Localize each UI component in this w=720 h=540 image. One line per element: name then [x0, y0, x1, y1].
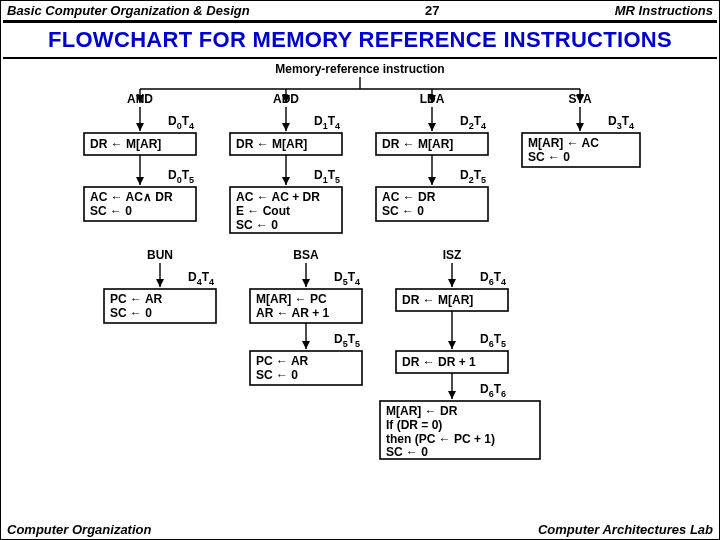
svg-text:DR ← M[AR]: DR ← M[AR] [382, 137, 453, 151]
svg-text:AC ← AC∧ DR: AC ← AC∧ DR [90, 190, 173, 204]
svg-text:M[AR] ← DR: M[AR] ← DR [386, 404, 458, 418]
op-isz: ISZ [443, 248, 462, 262]
svg-text:D1T5: D1T5 [314, 168, 340, 185]
svg-text:AC ← AC + DR: AC ← AC + DR [236, 190, 320, 204]
timing-d0t5: D0T5 [168, 168, 194, 185]
timing-d2t4: D2T4 [460, 114, 486, 131]
svg-text:SC ← 0: SC ← 0 [110, 306, 152, 320]
timing-d5t4: D5T4 [334, 270, 360, 287]
svg-text:SC ← 0: SC ← 0 [236, 218, 278, 232]
op-bsa: BSA [293, 248, 319, 262]
svg-text:D4T4: D4T4 [188, 270, 214, 287]
svg-text:DR ← M[AR]: DR ← M[AR] [90, 137, 161, 151]
svg-text:M[AR] ← PC: M[AR] ← PC [256, 292, 327, 306]
timing-d4t4: D4T4 [188, 270, 214, 287]
header-right: MR Instructions [615, 3, 713, 18]
svg-text:DR ← DR + 1: DR ← DR + 1 [402, 355, 476, 369]
op-and: AND [127, 92, 153, 106]
svg-text:then (PC ← PC + 1): then (PC ← PC + 1) [386, 432, 495, 446]
svg-text:D6T4: D6T4 [480, 270, 506, 287]
svg-text:SC ← 0: SC ← 0 [256, 368, 298, 382]
op-bun: BUN [147, 248, 173, 262]
svg-text:SC ← 0: SC ← 0 [528, 150, 570, 164]
svg-text:E ← Cout: E ← Cout [236, 204, 290, 218]
timing-d6t4: D6T4 [480, 270, 506, 287]
svg-text:SC ← 0: SC ← 0 [382, 204, 424, 218]
svg-text:D5T4: D5T4 [334, 270, 360, 287]
svg-text:SC ← 0: SC ← 0 [90, 204, 132, 218]
footer: Computer Organization Computer Architect… [7, 522, 713, 537]
svg-text:D6T6: D6T6 [480, 382, 506, 399]
svg-text:DR ← M[AR]: DR ← M[AR] [236, 137, 307, 151]
svg-text:D3T4: D3T4 [608, 114, 634, 131]
header-left: Basic Computer Organization & Design [7, 3, 250, 18]
footer-left: Computer Organization [7, 522, 151, 537]
timing-d1t5: D1T5 [314, 168, 340, 185]
svg-text:PC ← AR: PC ← AR [256, 354, 309, 368]
timing-d3t4: D3T4 [608, 114, 634, 131]
footer-right: Computer Architectures Lab [538, 522, 713, 537]
svg-text:SC ← 0: SC ← 0 [386, 445, 428, 459]
svg-text:D0T4: D0T4 [168, 114, 194, 131]
svg-text:D5T5: D5T5 [334, 332, 360, 349]
start-label: Memory-reference instruction [275, 62, 444, 76]
timing-d5t5: D5T5 [334, 332, 360, 349]
timing-d1t4: D1T4 [314, 114, 340, 131]
timing-d6t6: D6T6 [480, 382, 506, 399]
timing-d2t5: D2T5 [460, 168, 486, 185]
svg-text:D0T5: D0T5 [168, 168, 194, 185]
svg-text:D1T4: D1T4 [314, 114, 340, 131]
flowchart: text{font-size:12px;font-weight:bold} .n… [50, 59, 670, 489]
slide: Basic Computer Organization & Design 27 … [0, 0, 720, 540]
svg-text:M[AR] ← AC: M[AR] ← AC [528, 136, 599, 150]
op-sta: STA [568, 92, 591, 106]
op-add: ADD [273, 92, 299, 106]
svg-text:D2T4: D2T4 [460, 114, 486, 131]
svg-text:DR ← M[AR]: DR ← M[AR] [402, 293, 473, 307]
header: Basic Computer Organization & Design 27 … [1, 1, 719, 20]
svg-text:AC ← DR: AC ← DR [382, 190, 436, 204]
svg-text:If (DR = 0): If (DR = 0) [386, 418, 442, 432]
svg-text:PC ← AR: PC ← AR [110, 292, 163, 306]
svg-text:AR ← AR + 1: AR ← AR + 1 [256, 306, 330, 320]
timing-d0t4: D0T4 [168, 114, 194, 131]
op-lda: LDA [420, 92, 445, 106]
timing-d6t5: D6T5 [480, 332, 506, 349]
page-number: 27 [425, 3, 439, 18]
svg-text:D2T5: D2T5 [460, 168, 486, 185]
page-title: FLOWCHART FOR MEMORY REFERENCE INSTRUCTI… [1, 23, 719, 53]
svg-text:D6T5: D6T5 [480, 332, 506, 349]
